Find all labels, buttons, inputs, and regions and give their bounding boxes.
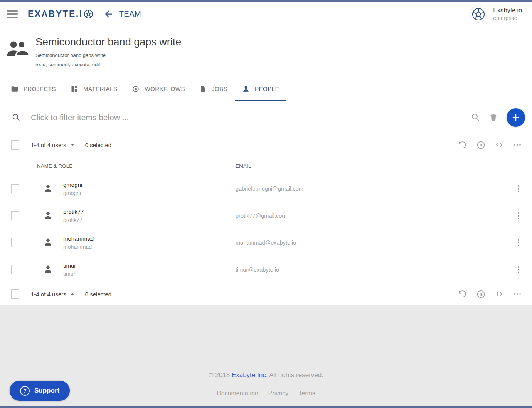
refresh-icon: [458, 140, 467, 149]
user-role: timur: [63, 271, 236, 277]
list-toolbar-top: 1-4 of 4 users 0 selected: [0, 134, 532, 156]
plus-icon: [511, 112, 521, 123]
row-checkbox[interactable]: [11, 211, 19, 220]
company-link[interactable]: Exabyte Inc: [232, 371, 266, 379]
pagination-range-dropdown[interactable]: 1-4 of 4 users: [31, 291, 74, 297]
copyright-line: © 2018 Exabyte Inc. All rights reserved.: [0, 305, 532, 379]
footer-link-terms[interactable]: Terms: [298, 390, 315, 397]
person-icon: [242, 85, 250, 93]
support-button[interactable]: ? Support: [10, 381, 70, 401]
exabyte-ball-icon: [84, 9, 93, 19]
table-row[interactable]: timur timur timur@exabyte.io: [0, 256, 532, 283]
search-button[interactable]: [471, 112, 480, 122]
user-email: mohammad@exabyte.io: [236, 240, 296, 246]
help-icon: ?: [20, 386, 30, 396]
user-name: mohammad: [63, 235, 236, 242]
file-icon: [200, 85, 207, 93]
list-toolbar-bottom: 1-4 of 4 users 0 selected: [0, 283, 532, 305]
pause-circle-icon: [476, 289, 486, 299]
tab-workflows[interactable]: WORKFLOWS: [125, 77, 192, 101]
account-menu[interactable]: Exabyte.io enterprise: [470, 6, 522, 23]
row-menu-button[interactable]: [516, 184, 521, 194]
row-checkbox[interactable]: [11, 238, 19, 247]
table-header: NAME & ROLE EMAIL: [0, 156, 532, 175]
tab-materials[interactable]: MATERIALS: [63, 77, 125, 101]
back-button[interactable]: [103, 9, 114, 19]
pause-button[interactable]: [476, 289, 486, 299]
footer: © 2018 Exabyte Inc. All rights reserved.…: [0, 305, 532, 406]
row-menu-button[interactable]: [516, 265, 521, 275]
user-role: protik77: [63, 217, 236, 223]
selected-count: 0 selected: [85, 142, 111, 148]
group-icon: [7, 41, 29, 57]
code-icon: [495, 140, 504, 149]
more-button[interactable]: [513, 140, 522, 149]
filter-input[interactable]: [31, 113, 471, 122]
folder-icon: [11, 85, 19, 93]
user-avatar-icon: [43, 183, 53, 194]
user-name: timur: [63, 262, 236, 269]
code-button[interactable]: [495, 289, 504, 299]
account-avatar: [470, 6, 487, 23]
select-all-checkbox[interactable]: [11, 289, 19, 299]
chevron-up-icon: [71, 293, 74, 295]
table-row[interactable]: protik77 protik77 protik77@gmail.com: [0, 202, 532, 229]
team-title: Semiconductor band gaps write: [35, 36, 181, 48]
more-horiz-icon: [513, 289, 522, 299]
user-avatar-icon: [43, 264, 53, 275]
filter-bar: [0, 101, 532, 134]
user-avatar-icon: [43, 237, 53, 248]
account-name: Exabyte.io: [493, 7, 522, 14]
row-checkbox[interactable]: [11, 265, 19, 274]
delete-button[interactable]: [489, 113, 498, 122]
brand-logo[interactable]: EXΛBYTE.I: [28, 9, 93, 19]
app-bar: EXΛBYTE.I TEAM Exa: [0, 2, 532, 26]
pause-circle-icon: [476, 140, 486, 150]
row-menu-button[interactable]: [516, 211, 521, 221]
window-bottom-strip: [0, 406, 532, 408]
table-row[interactable]: gmogni gmogni gabriele.mogni@gmail.com: [0, 175, 532, 202]
user-table: gmogni gmogni gabriele.mogni@gmail.com: [0, 175, 532, 283]
column-name-role[interactable]: NAME & ROLE: [37, 163, 72, 168]
pagination-range-dropdown[interactable]: 1-4 of 4 users: [31, 142, 74, 148]
exabyte-ball-icon: [471, 7, 486, 22]
team-permissions: read, comment, execute, edit: [35, 62, 181, 67]
more-button[interactable]: [513, 289, 522, 299]
user-email: protik77@gmail.com: [236, 213, 286, 219]
account-type: enterprise: [493, 15, 522, 21]
table-row[interactable]: mohammad mohammad mohammad@exabyte.io: [0, 229, 532, 256]
refresh-button[interactable]: [458, 289, 467, 299]
back-arrow-icon: [103, 9, 114, 19]
select-all-checkbox[interactable]: [11, 140, 19, 150]
refresh-icon: [458, 289, 467, 299]
footer-link-documentation[interactable]: Documentation: [217, 390, 258, 397]
user-email: timur@exabyte.io: [236, 267, 279, 273]
more-horiz-icon: [513, 140, 522, 149]
refresh-button[interactable]: [458, 140, 467, 149]
tab-projects[interactable]: PROJECTS: [11, 77, 63, 101]
tab-people[interactable]: PEOPLE: [235, 77, 286, 101]
user-role: mohammad: [63, 244, 236, 250]
trash-icon: [489, 113, 498, 122]
materials-icon: [71, 85, 78, 93]
chevron-down-icon: [71, 144, 74, 146]
footer-link-privacy[interactable]: Privacy: [268, 390, 288, 397]
code-button[interactable]: [495, 140, 504, 149]
user-role: gmogni: [63, 190, 236, 196]
tab-jobs[interactable]: JOBS: [192, 77, 235, 101]
page-title: TEAM: [119, 10, 141, 18]
workflows-icon: [132, 85, 140, 93]
add-user-button[interactable]: [507, 108, 525, 127]
user-name: gmogni: [63, 181, 236, 188]
row-checkbox[interactable]: [11, 184, 19, 193]
team-header: Semiconductor band gaps write Semiconduc…: [0, 26, 532, 77]
row-menu-button[interactable]: [516, 238, 521, 248]
search-icon: [12, 113, 21, 122]
tab-bar: PROJECTS MATERIALS WORKFLOWS JOBS PEOPLE: [0, 77, 532, 101]
selected-count: 0 selected: [85, 291, 111, 297]
user-name: protik77: [63, 208, 236, 215]
search-icon: [471, 112, 480, 122]
column-email[interactable]: EMAIL: [236, 163, 251, 168]
pause-button[interactable]: [476, 140, 486, 150]
menu-icon[interactable]: [7, 8, 18, 20]
